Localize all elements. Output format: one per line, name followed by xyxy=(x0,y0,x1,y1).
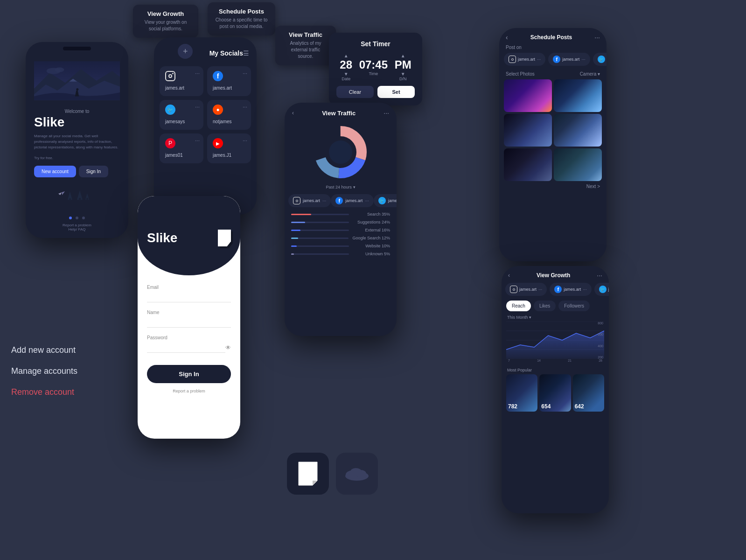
popular-post-2[interactable]: 654 xyxy=(539,374,571,412)
card-dots[interactable]: ··· xyxy=(243,104,247,110)
schedule-title: Schedule Posts xyxy=(530,34,572,41)
report-problem-link[interactable]: Report a problem xyxy=(147,389,231,393)
growth-account-ig[interactable]: james.art ··· xyxy=(505,283,547,296)
growth-chart: 800 600 400 200 xyxy=(502,322,609,359)
reach-button[interactable]: Reach xyxy=(506,301,531,311)
card-dots[interactable]: ··· xyxy=(195,137,200,144)
card-dots[interactable]: ··· xyxy=(195,104,200,110)
rd-username: notjames xyxy=(213,119,232,124)
card-dots[interactable]: ··· xyxy=(243,137,247,144)
welcome-footer: Report a problem Help/ FAQ xyxy=(26,213,128,231)
traffic-list: Search 35% Suggestions 24% External 16% … xyxy=(285,212,397,256)
social-card-twitter[interactable]: ··· 🐦 jamesays xyxy=(160,100,203,130)
photo-6[interactable] xyxy=(554,148,602,181)
add-new-account-item[interactable]: Add new account xyxy=(11,345,77,355)
fb-schedule-name: james.art xyxy=(562,57,579,62)
social-card-facebook[interactable]: ··· f james.art xyxy=(207,66,251,96)
facebook-icon: f xyxy=(213,71,223,81)
manage-accounts-item[interactable]: Manage accounts xyxy=(11,366,77,376)
ampm-down-arrow[interactable]: ▼ xyxy=(395,71,411,77)
signin-button[interactable]: Sign In xyxy=(147,365,231,383)
traffic-label-search: Search 35% xyxy=(353,212,390,217)
traffic-period[interactable]: Past 24 hours ▾ xyxy=(285,185,397,189)
email-input[interactable] xyxy=(147,292,231,302)
popular-post-3[interactable]: 642 xyxy=(573,374,604,412)
traffic-dots[interactable]: ··· xyxy=(383,109,389,117)
next-button[interactable]: Next > xyxy=(499,181,607,192)
card-dots[interactable]: ··· xyxy=(195,70,200,77)
tooltip-desc: Choose a specific time to post on social… xyxy=(215,17,268,30)
tw-chip-icon: 🐦 xyxy=(378,197,386,204)
fb-schedule-icon: f xyxy=(553,56,560,63)
svg-point-19 xyxy=(329,140,352,164)
schedule-dots[interactable]: ··· xyxy=(594,34,600,41)
traffic-account-tw[interactable]: 🐦 jamesays ··· xyxy=(374,194,397,207)
likes-button[interactable]: Likes xyxy=(534,301,556,311)
popular-count-3: 642 xyxy=(575,403,584,410)
this-month-label[interactable]: This Month ▾ xyxy=(502,315,609,320)
timer-time-col: 07:45 Time xyxy=(359,58,388,76)
social-card-instagram[interactable]: ··· james.art xyxy=(160,66,203,96)
svg-rect-11 xyxy=(79,198,81,201)
growth-account-tw[interactable]: 🐦 jamesays ··· xyxy=(594,283,609,296)
schedule-account-ig[interactable]: james.art ··· xyxy=(504,53,545,66)
ig-chip-dots[interactable]: ··· xyxy=(322,198,326,203)
name-input[interactable] xyxy=(147,317,231,328)
app-name: Slike xyxy=(34,115,120,130)
photo-2[interactable] xyxy=(554,79,602,112)
date-down-arrow[interactable]: ▼ xyxy=(340,71,352,77)
traffic-account-ig[interactable]: james.art ··· xyxy=(288,194,331,207)
growth-header: ‹ View Growth ··· xyxy=(502,266,609,283)
fb-chip-dots[interactable]: ··· xyxy=(365,198,369,203)
schedule-back-icon[interactable]: ‹ xyxy=(506,34,508,41)
add-social-button[interactable]: + xyxy=(178,44,193,59)
toggle-password-icon[interactable]: 👁 xyxy=(225,344,231,351)
social-card-pinterest[interactable]: ··· P james01 xyxy=(160,133,203,163)
social-card-reddit[interactable]: ··· ● notjames xyxy=(207,100,251,130)
traffic-item-unknown: Unknown 5% xyxy=(291,252,390,256)
new-account-button[interactable]: New account xyxy=(34,166,76,177)
svg-marker-15 xyxy=(62,191,65,195)
svg-point-5 xyxy=(55,68,64,72)
camera-dropdown[interactable]: Camera ▾ xyxy=(580,71,600,77)
help-faq-link[interactable]: Help/ FAQ xyxy=(26,227,128,231)
tooltip-desc: View your growth on social platforms. xyxy=(140,19,191,32)
growth-accounts-row: james.art ··· f james.art ··· 🐦 jamesays… xyxy=(502,283,609,296)
slider-dot-1 xyxy=(76,217,78,219)
reddit-icon: ● xyxy=(213,105,223,115)
app-icon-slike[interactable] xyxy=(287,453,329,495)
photo-4[interactable] xyxy=(554,114,602,147)
growth-metric-buttons: Reach Likes Followers xyxy=(502,301,609,311)
photo-3[interactable] xyxy=(504,114,552,147)
timer-clear-button[interactable]: Clear xyxy=(336,86,374,98)
remove-account-item[interactable]: Remove account xyxy=(11,387,77,397)
menu-icon[interactable]: ☰ xyxy=(243,49,249,57)
ampm-up-arrow[interactable]: ▲ xyxy=(395,53,411,58)
ig-schedule-dots[interactable]: ··· xyxy=(537,57,541,62)
social-card-youtube[interactable]: ··· ▶ james.J1 xyxy=(207,133,251,163)
card-dots[interactable]: ··· xyxy=(243,70,247,77)
app-icon-cloud[interactable] xyxy=(336,453,378,495)
timer-time-label: Time xyxy=(359,71,388,76)
traffic-account-fb[interactable]: f james.art ··· xyxy=(331,194,373,207)
schedule-posts-tooltip: Schedule Posts Choose a specific time to… xyxy=(208,2,275,35)
growth-account-fb[interactable]: f james.art ··· xyxy=(550,283,591,296)
timer-set-button[interactable]: Set xyxy=(377,86,415,98)
popular-post-1[interactable]: 782 xyxy=(506,374,537,412)
tooltip-title: View Traffic xyxy=(283,31,328,38)
view-traffic-tooltip: View Traffic Analytics of my external tr… xyxy=(275,26,336,65)
try-free-text: Try for free. xyxy=(34,156,120,160)
photo-5[interactable] xyxy=(504,148,552,181)
date-up-arrow[interactable]: ▲ xyxy=(340,53,352,58)
sign-in-button[interactable]: Sign In xyxy=(79,166,108,177)
tooltip-title: Schedule Posts xyxy=(215,8,268,15)
followers-button[interactable]: Followers xyxy=(558,301,590,311)
schedule-account-tw[interactable]: 🐦 jamesays xyxy=(593,53,607,66)
fb-chip-name: james.art xyxy=(345,198,363,203)
password-input[interactable] xyxy=(147,342,225,353)
schedule-account-fb[interactable]: f james.art ··· xyxy=(548,53,590,66)
fb-schedule-dots[interactable]: ··· xyxy=(581,57,585,62)
growth-dots[interactable]: ··· xyxy=(597,272,602,279)
photo-1[interactable] xyxy=(504,79,552,112)
report-problem-link[interactable]: Report a problem xyxy=(26,223,128,227)
